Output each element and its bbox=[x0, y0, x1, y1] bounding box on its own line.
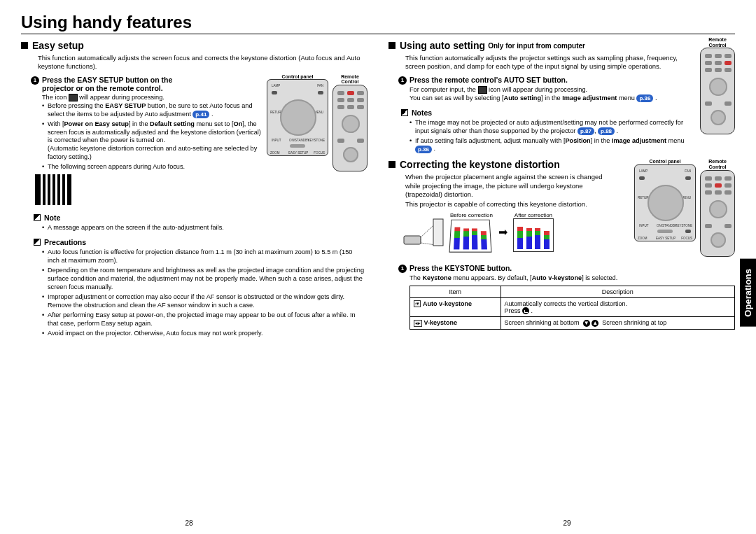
page-numbers: 28 29 bbox=[0, 519, 756, 527]
chart-before-icon bbox=[449, 219, 491, 252]
remote-diagram-3 bbox=[700, 170, 735, 257]
auto-setting-intro: This function automatically adjusts the … bbox=[405, 54, 686, 71]
note-heading: Note bbox=[34, 213, 368, 222]
arrow-up-icon: ▲ bbox=[592, 320, 598, 327]
enter-icon bbox=[522, 307, 529, 314]
keystone-remote-button-icon bbox=[715, 183, 722, 188]
keystone-table: ItemDescription ▫▾ Auto v-keystone Autom… bbox=[410, 286, 735, 330]
page-num-left: 28 bbox=[185, 519, 192, 527]
bullet-following-screen: The following screen appears during Auto… bbox=[42, 163, 368, 171]
after-label: After correction bbox=[513, 212, 554, 218]
easy-setup-button-icon bbox=[347, 91, 354, 95]
notes-bullet-2: If auto setting fails adjustment, adjust… bbox=[410, 137, 735, 154]
auto-v-icon: ▫▾ bbox=[414, 300, 421, 307]
precaution-1: Auto focus function is effective for pro… bbox=[42, 248, 365, 265]
computer-input-text: For computer input, the icon will appear… bbox=[410, 86, 735, 94]
table-row: ▫▾ Auto v-keystone Automatically correct… bbox=[410, 297, 735, 317]
side-tab: Operations bbox=[740, 259, 756, 327]
page-ref-icon: p.36 bbox=[636, 94, 653, 102]
precaution-4: After performing Easy setup at power-on,… bbox=[42, 311, 365, 328]
auto-set-button-icon bbox=[724, 61, 732, 65]
control-panel-diagram-2: LAMP FAN RETURN MENU INPUT KEYSTONE ON/S… bbox=[634, 164, 696, 241]
page-title: Using handy features bbox=[21, 13, 735, 32]
keystone-intro: When the projector placement angle again… bbox=[405, 173, 616, 199]
page-num-right: 29 bbox=[563, 519, 570, 527]
svg-rect-2 bbox=[433, 219, 443, 246]
right-column: Remote Control bbox=[388, 40, 735, 339]
step-keystone: 1Press the KEYSTONE button. bbox=[398, 264, 735, 273]
precaution-3: Improper adjustment or correction may al… bbox=[42, 293, 365, 310]
notes-bullet-1: The image may not be projected or auto a… bbox=[410, 119, 735, 136]
processing-icon bbox=[478, 86, 487, 94]
left-column: Easy setup This function automatically a… bbox=[21, 40, 368, 339]
title-rule bbox=[21, 34, 735, 34]
keystone-intro-2: This projector is capable of correcting … bbox=[405, 200, 616, 209]
remote-label: Remote Control bbox=[332, 74, 368, 85]
step-number-icon: 1 bbox=[31, 76, 39, 85]
bullet-before-pressing: Before pressing the EASY SETUP button, b… bbox=[42, 102, 368, 119]
notes-heading: Notes bbox=[401, 108, 694, 117]
th-desc: Description bbox=[500, 286, 734, 297]
bullet-power-on: With [Power on Easy setup] in the Defaul… bbox=[42, 120, 368, 162]
v-keystone-icon: ◂▸ bbox=[414, 320, 422, 327]
note-bullet: A message appears on the screen if the a… bbox=[42, 224, 368, 232]
easy-setup-heading: Easy setup bbox=[21, 40, 368, 51]
keystone-heading: Correcting the keystone distortion bbox=[388, 159, 629, 170]
step-auto-set: 1Press the remote control's AUTO SET but… bbox=[398, 76, 694, 85]
table-row: ◂▸ V-keystone Screen shrinking at bottom… bbox=[410, 317, 735, 330]
arrow-down-icon: ▼ bbox=[583, 320, 590, 327]
select-auto-setting-text: You can set as well by selecting [Auto s… bbox=[410, 94, 735, 103]
before-label: Before correction bbox=[450, 212, 493, 218]
step-easy-setup: 1 Press the EASY SETUP button on theproj… bbox=[31, 76, 261, 92]
control-panel-label: Control panel bbox=[267, 74, 328, 80]
th-item: Item bbox=[410, 286, 501, 297]
easy-setup-intro: This function automatically adjusts the … bbox=[38, 54, 368, 71]
keystone-menu-text: The Keystone menu appears. By default, [… bbox=[410, 274, 735, 283]
distortion-illustration: Before correction ➡ After correction bbox=[402, 212, 629, 252]
auto-setting-heading: Using auto settingOnly for input from co… bbox=[388, 40, 694, 51]
chart-after-icon bbox=[513, 218, 554, 252]
focus-pattern-icon bbox=[35, 174, 71, 205]
precautions-heading: Precautions bbox=[34, 238, 368, 246]
precaution-5: Avoid impact on the projector. Otherwise… bbox=[42, 330, 365, 338]
precaution-2: Depending on the room temperature and br… bbox=[42, 267, 365, 292]
arrow-right-icon: ➡ bbox=[498, 225, 507, 239]
page-ref-icon: p.41 bbox=[192, 111, 209, 118]
device-illustration-right: Control panel LAMP FAN RETURN MENU INPUT… bbox=[634, 159, 735, 256]
svg-rect-0 bbox=[404, 236, 421, 244]
projector-icon bbox=[402, 215, 444, 248]
processing-icon bbox=[69, 94, 78, 101]
keystone-button-icon bbox=[685, 230, 691, 233]
